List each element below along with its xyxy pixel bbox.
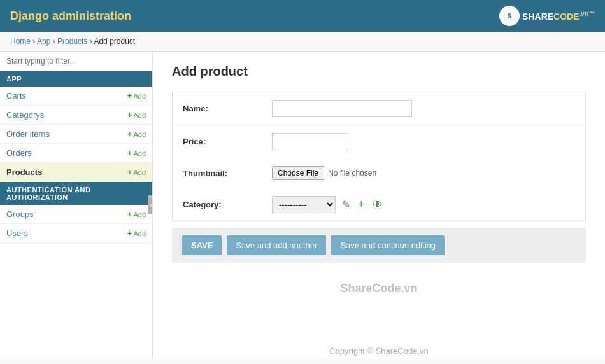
layout: APP Carts + Add Categorys + Add Order it… xyxy=(0,52,605,358)
add-product-form: Name: Price: Thumbnail: Choose File No f… xyxy=(172,92,586,221)
sidebar-item-carts[interactable]: Carts + Add xyxy=(0,87,152,106)
price-row: Price: xyxy=(173,125,585,158)
sidebar-add-carts[interactable]: + Add xyxy=(127,91,146,101)
sidebar-add-order-items[interactable]: + Add xyxy=(127,129,146,139)
logo: S SHARECODE.vn™ xyxy=(499,6,595,26)
watermark: ShareCode.vn xyxy=(172,282,586,295)
category-edit-button[interactable]: ✎ xyxy=(341,197,352,212)
category-select[interactable]: ---------- xyxy=(272,196,336,213)
save-add-button[interactable]: Save and add another xyxy=(227,235,326,255)
breadcrumb-current: Add product xyxy=(94,37,135,46)
sidebar-item-groups[interactable]: Groups + Add xyxy=(0,205,152,224)
sidebar-collapse-handle[interactable]: « xyxy=(148,195,153,214)
category-add-button[interactable]: + xyxy=(357,197,366,213)
price-input[interactable] xyxy=(272,133,348,150)
category-label: Category: xyxy=(183,200,259,209)
submit-row: SAVE Save and add another Save and conti… xyxy=(172,228,586,263)
header: Django administration S SHARECODE.vn™ xyxy=(0,0,605,32)
breadcrumb-home[interactable]: Home xyxy=(10,37,31,46)
sidebar-item-users[interactable]: Users + Add xyxy=(0,224,152,243)
logo-icon: S xyxy=(499,6,520,26)
sidebar-item-orders[interactable]: Orders + Add xyxy=(0,144,152,163)
sidebar-item-products[interactable]: Products + Add xyxy=(0,163,152,182)
logo-text: SHARECODE.vn™ xyxy=(522,10,595,22)
price-field xyxy=(272,133,575,150)
save-continue-button[interactable]: Save and continue editing xyxy=(331,235,445,255)
breadcrumb-app[interactable]: App xyxy=(37,37,50,46)
sidebar-filter-input[interactable] xyxy=(0,52,152,71)
sidebar-section-app: APP xyxy=(0,71,152,87)
sidebar-section-auth: AUTHENTICATION AND AUTHORIZATION xyxy=(0,182,152,205)
name-field xyxy=(272,100,575,117)
breadcrumb-products[interactable]: Products xyxy=(57,37,87,46)
sidebar-add-users[interactable]: + Add xyxy=(127,228,146,238)
thumbnail-field: Choose File No file chosen xyxy=(272,166,575,180)
sidebar-add-orders[interactable]: + Add xyxy=(127,148,146,158)
copyright: Copyright © ShareCode.vn xyxy=(172,346,586,356)
sidebar-item-categorys[interactable]: Categorys + Add xyxy=(0,106,152,125)
choose-file-button[interactable]: Choose File xyxy=(272,166,324,180)
category-view-button[interactable]: 👁 xyxy=(371,198,384,212)
thumbnail-row: Thumbnail: Choose File No file chosen xyxy=(173,158,585,188)
name-input[interactable] xyxy=(272,100,412,117)
name-row: Name: xyxy=(173,92,585,125)
name-label: Name: xyxy=(183,104,259,113)
page-title: Add product xyxy=(172,64,586,79)
sidebar-add-products[interactable]: + Add xyxy=(127,167,146,177)
no-file-text: No file chosen xyxy=(328,169,376,178)
main-content: Add product Name: Price: Thumbnail: xyxy=(153,52,605,358)
thumbnail-label: Thumbnail: xyxy=(183,169,259,178)
sidebar-item-order-items[interactable]: Order items + Add xyxy=(0,125,152,144)
price-label: Price: xyxy=(183,137,259,146)
sidebar-add-groups[interactable]: + Add xyxy=(127,209,146,219)
category-field: ---------- ✎ + 👁 xyxy=(272,196,575,213)
sidebar-add-categorys[interactable]: + Add xyxy=(127,110,146,120)
category-row: Category: ---------- ✎ + 👁 xyxy=(173,188,585,221)
breadcrumb: Home › App › Products › Add product xyxy=(0,32,605,52)
sidebar: APP Carts + Add Categorys + Add Order it… xyxy=(0,52,153,358)
save-button[interactable]: SAVE xyxy=(182,235,222,255)
site-title: Django administration xyxy=(10,10,131,23)
